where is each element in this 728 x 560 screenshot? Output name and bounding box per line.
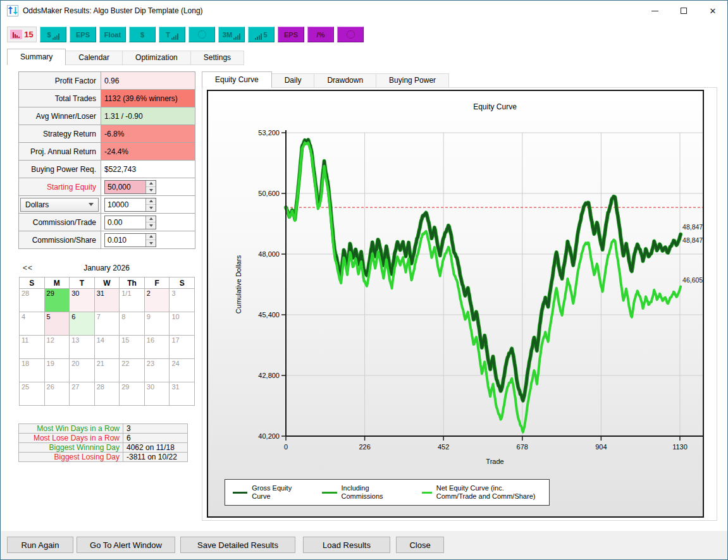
stats-row: Dollars10000 xyxy=(19,196,195,214)
stats-label-avg-winner-loser: Avg Winner/Loser xyxy=(19,107,101,125)
input-commission-trade[interactable]: 0.00 xyxy=(104,216,156,229)
minimize-button[interactable] xyxy=(640,1,669,21)
input-commission-share[interactable]: 0.010 xyxy=(104,233,156,247)
input-starting-equity[interactable]: 50,000 xyxy=(104,180,156,194)
tab-optimization[interactable]: Optimization xyxy=(123,51,191,65)
calendar-day[interactable]: 7 xyxy=(94,312,120,336)
tab-summary[interactable]: Summary xyxy=(7,49,66,65)
run-again-button[interactable]: Run Again xyxy=(7,537,73,553)
calendar-day[interactable]: 21 xyxy=(94,359,120,382)
calendar-day[interactable]: 28 xyxy=(20,289,45,312)
calendar-day[interactable]: 30 xyxy=(70,289,95,312)
toolbar-button-eps-filter[interactable]: EPS xyxy=(278,27,304,42)
calendar-day[interactable]: 11 xyxy=(20,336,45,359)
calendar-day[interactable]: 28 xyxy=(94,382,120,406)
calendar-day[interactable]: 31 xyxy=(94,289,120,312)
calendar-day[interactable]: 13 xyxy=(70,336,95,359)
tab-settings[interactable]: Settings xyxy=(191,51,244,65)
stats-value-cell: 50,000 xyxy=(101,178,195,196)
calendar-day[interactable]: 22 xyxy=(120,359,145,382)
save-detailed-results-button[interactable]: Save Detailed Results xyxy=(180,537,295,553)
calendar-day[interactable]: 4 xyxy=(20,312,45,336)
calendar-day[interactable]: 18 xyxy=(20,359,45,382)
toolbar-button-dollar-bars[interactable]: $ xyxy=(40,27,66,42)
input-commission-share-down-button[interactable] xyxy=(146,240,156,247)
toolbar-button-clock-filter[interactable] xyxy=(337,27,364,42)
calendar-day[interactable]: 2 xyxy=(144,289,170,312)
app-icon xyxy=(6,4,19,17)
calendar-day[interactable]: 23 xyxy=(144,359,170,382)
input-commission-trade-up-button[interactable] xyxy=(146,216,156,223)
calendar-day[interactable]: 20 xyxy=(70,359,95,382)
calendar-day[interactable]: 26 xyxy=(44,382,70,406)
calendar-day[interactable]: 31 xyxy=(170,382,195,406)
calendar-day[interactable]: 24 xyxy=(170,359,195,382)
calendar-day[interactable]: 6 xyxy=(70,312,95,336)
go-to-alert-window-button[interactable]: Go To Alert Window xyxy=(77,537,175,553)
calendar-header: SMTWThFS xyxy=(20,277,195,289)
chart-tab-daily[interactable]: Daily xyxy=(272,73,315,88)
calendar-day[interactable]: 1/1 xyxy=(120,289,145,312)
input-commission-trade-down-button[interactable] xyxy=(146,222,156,229)
calendar-day[interactable]: 17 xyxy=(170,336,195,359)
stats-value-buying-power-req: $522,743 xyxy=(101,161,195,178)
stats-label-total-trades: Total Trades xyxy=(19,90,101,107)
toolbar-button-t-bars[interactable]: T xyxy=(159,27,185,42)
input-dollars-up-button[interactable] xyxy=(146,198,156,205)
toolbar-button-slash-percent[interactable]: /% xyxy=(307,27,334,42)
input-starting-equity-down-button[interactable] xyxy=(146,187,156,193)
calendar-day[interactable]: 30 xyxy=(144,382,170,406)
calendar-day[interactable]: 9 xyxy=(144,312,170,336)
tab-calendar[interactable]: Calendar xyxy=(66,51,123,65)
streak-row: Biggest Winning Day4062 on 11/18 xyxy=(19,443,188,453)
calendar-day[interactable]: 3 xyxy=(170,289,195,312)
calendar-week: 11121314151617 xyxy=(20,336,195,359)
calendar-day[interactable]: 16 xyxy=(144,336,170,359)
calendar-day[interactable]: 12 xyxy=(44,336,70,359)
equity-curve-chart: 40,20042,80045,40048,00050,60053,2000226… xyxy=(208,91,703,516)
calendar-day[interactable]: 5 xyxy=(44,312,70,336)
input-commission-share-up-button[interactable] xyxy=(146,234,156,241)
alert-count-badge[interactable]: 15 xyxy=(7,27,37,42)
streak-value-most-win-days-in-a-row: 3 xyxy=(123,424,188,434)
calendar-day[interactable]: 8 xyxy=(120,312,145,336)
legend-label: Including Commissions xyxy=(342,484,405,500)
chart-tab-equity-curve[interactable]: Equity Curve xyxy=(202,71,272,88)
unit-dropdown[interactable]: Dollars xyxy=(20,198,99,212)
calendar-day[interactable]: 29 xyxy=(44,289,70,312)
toolbar-button-eps[interactable]: EPS xyxy=(70,27,96,42)
calendar-week: 45678910 xyxy=(20,312,195,336)
calendar-day[interactable]: 25 xyxy=(20,382,45,406)
input-commission-share-value[interactable]: 0.010 xyxy=(105,234,145,247)
input-dollars[interactable]: 10000 xyxy=(104,198,156,212)
calendar-day[interactable]: 14 xyxy=(94,336,120,359)
close-button[interactable]: Close xyxy=(396,537,444,553)
calendar-day[interactable]: 27 xyxy=(70,382,95,406)
chart-tab-drawdown[interactable]: Drawdown xyxy=(314,73,376,88)
load-results-button[interactable]: Load Results xyxy=(303,537,390,553)
streak-label-most-win-days-in-a-row: Most Win Days in a Row xyxy=(19,424,123,434)
calendar-day[interactable]: 10 xyxy=(170,312,195,336)
calendar-day[interactable]: 15 xyxy=(120,336,145,359)
mini-bars-icon xyxy=(233,33,240,40)
streak-row: Biggest Losing Day-3811 on 10/22 xyxy=(19,453,188,462)
input-dollars-steppers xyxy=(145,198,156,211)
toolbar-button-3m-bars[interactable]: 3M xyxy=(218,27,245,42)
close-button[interactable]: ✕ xyxy=(698,1,727,21)
toolbar-button-bars-5[interactable]: 5 xyxy=(248,27,275,42)
maximize-button[interactable] xyxy=(669,1,698,21)
toolbar-button-clock[interactable] xyxy=(188,27,215,42)
calendar-week: 25262728293031 xyxy=(20,382,195,406)
chart-tab-buying-power[interactable]: Buying Power xyxy=(376,73,449,88)
input-starting-equity-value[interactable]: 50,000 xyxy=(105,181,145,193)
toolbar-button-float[interactable]: Float xyxy=(99,27,126,42)
calendar-day-header: S xyxy=(20,277,45,289)
calendar-day[interactable]: 19 xyxy=(44,359,70,382)
input-starting-equity-up-button[interactable] xyxy=(146,181,156,188)
input-dollars-down-button[interactable] xyxy=(146,205,156,211)
input-commission-trade-value[interactable]: 0.00 xyxy=(105,216,145,229)
input-dollars-value[interactable]: 10000 xyxy=(105,198,145,211)
calendar-day[interactable]: 29 xyxy=(120,382,145,406)
toolbar-button-dollar[interactable]: $ xyxy=(129,27,156,42)
stats-table: Profit Factor0.96Total Trades1132 (39.6%… xyxy=(18,71,195,249)
